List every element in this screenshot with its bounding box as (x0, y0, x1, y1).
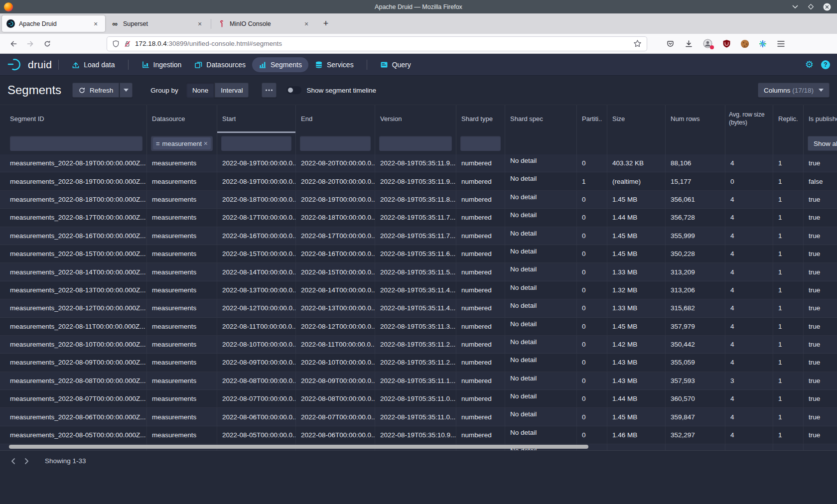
columns-button[interactable]: Columns (17/18) (758, 83, 830, 98)
group-by-interval-button[interactable]: Interval (214, 83, 249, 98)
column-header-version[interactable]: Version (375, 105, 456, 133)
column-header-size[interactable]: Size (607, 105, 666, 133)
cell-end: 2022-08-20T00:00:00.0... (296, 172, 375, 190)
table-row[interactable]: measurements_2022-08-19T00:00:00.000Z...… (0, 172, 837, 190)
refresh-button[interactable]: Refresh (72, 83, 119, 98)
filter-input-version[interactable] (379, 136, 452, 151)
menu-icon[interactable] (777, 40, 785, 47)
table-row[interactable]: measurements_2022-08-11T00:00:00.000Z...… (0, 318, 837, 336)
table-row[interactable]: measurements_2022-08-06T00:00:00.000Z...… (0, 408, 837, 426)
nav-item-query[interactable]: Query (374, 57, 418, 72)
table-row[interactable]: measurements_2022-08-10T00:00:00.000Z...… (0, 336, 837, 354)
cell-num-rows: 355,999 (666, 227, 725, 245)
filter-input-end[interactable] (300, 136, 371, 151)
tab-apache-druid[interactable]: Apache Druid × (2, 15, 105, 32)
tab-close-icon[interactable]: × (301, 20, 311, 28)
column-header-shard-type[interactable]: Shard type (456, 105, 505, 133)
table-row[interactable]: measurements_2022-08-13T00:00:00.000Z...… (0, 281, 837, 299)
nav-item-load-data[interactable]: Load data (65, 57, 121, 72)
nav-item-datasources[interactable]: Datasources (188, 57, 252, 72)
shield-icon[interactable] (112, 40, 120, 48)
cell-segment-id: measurements_2022-08-14T00:00:00.000Z... (0, 263, 147, 280)
help-icon[interactable]: ? (821, 60, 830, 69)
superset-favicon: ∞ (111, 19, 119, 28)
download-icon[interactable] (685, 40, 693, 48)
segment-timeline-toggle[interactable] (286, 86, 301, 94)
filter-input-start[interactable] (221, 136, 291, 151)
cell-num-rows: 357,593 (666, 372, 725, 389)
new-tab-button[interactable]: + (318, 16, 333, 31)
columns-label: Columns (764, 87, 790, 94)
pocket-icon[interactable] (666, 40, 675, 48)
filter-input-segment-id[interactable] (10, 136, 142, 151)
table-row[interactable]: measurements_2022-08-15T00:00:00.000Z...… (0, 245, 837, 263)
group-by-none-button[interactable]: None (186, 83, 214, 98)
tab-minio-console[interactable]: MinIO Console × (213, 15, 316, 32)
filter-input-datasource[interactable]: =measurements× (151, 136, 213, 151)
cell-end: 2022-08-11T00:00:00.0... (296, 336, 375, 353)
next-page-icon[interactable] (20, 455, 33, 468)
horizontal-scrollbar[interactable] (9, 445, 588, 449)
table-row[interactable]: measurements_2022-08-07T00:00:00.000Z...… (0, 390, 837, 408)
table-row[interactable]: measurements_2022-08-14T00:00:00.000Z...… (0, 263, 837, 281)
settings-gear-icon[interactable]: ⚙ (805, 60, 814, 69)
cell-shard-spec: No detail (505, 299, 577, 317)
cell-datasource: measurements (147, 390, 217, 407)
nav-item-services[interactable]: Services (308, 57, 360, 72)
lock-slash-icon[interactable] (124, 40, 131, 48)
column-header-is-published[interactable]: Is published (804, 105, 837, 133)
column-header-segment-id[interactable]: Segment ID (0, 105, 147, 133)
account-icon[interactable] (703, 39, 712, 48)
back-icon[interactable] (6, 36, 21, 51)
tab-superset[interactable]: ∞ Superset × (106, 15, 209, 32)
refresh-dropdown-button[interactable] (120, 83, 133, 98)
cell-segment-id: measurements_2022-08-08T00:00:00.000Z... (0, 372, 147, 389)
extension-sparkle-icon[interactable] (759, 40, 767, 48)
page-title: Segments (7, 83, 61, 97)
cell-partition: 0 (577, 227, 607, 245)
table-row[interactable]: measurements_2022-08-17T00:00:00.000Z...… (0, 209, 837, 227)
more-options-button[interactable] (262, 83, 277, 98)
url-bar[interactable]: 172.18.0.4:30899/unified-console.html#se… (107, 36, 647, 51)
table-row[interactable]: measurements_2022-08-16T00:00:00.000Z...… (0, 227, 837, 245)
table-row[interactable]: measurements_2022-08-09T00:00:00.000Z...… (0, 354, 837, 372)
forward-icon[interactable] (23, 36, 38, 51)
tab-close-icon[interactable]: × (195, 20, 205, 28)
druid-logo[interactable]: druid (7, 57, 52, 72)
table-row[interactable]: measurements_2022-08-18T00:00:00.000Z...… (0, 191, 837, 209)
column-header-shard-spec[interactable]: Shard spec (505, 105, 577, 133)
show-all-button[interactable]: Show all (808, 136, 837, 151)
column-header-num-rows[interactable]: Num rows (666, 105, 725, 133)
cell-shard-type: numbered (456, 191, 505, 208)
column-header-datasource[interactable]: Datasource (147, 105, 217, 133)
filter-input-shard-type[interactable] (460, 136, 501, 151)
column-header-replicated[interactable]: Replic... (773, 105, 804, 133)
window-minimize-icon[interactable] (792, 4, 799, 9)
table-row[interactable]: measurements_2022-08-05T00:00:00.000Z...… (0, 426, 837, 444)
cell-num-rows: 355,059 (666, 354, 725, 371)
nav-item-segments[interactable]: Segments (252, 57, 308, 72)
reload-icon[interactable] (40, 36, 55, 51)
bookmark-star-icon[interactable] (633, 39, 642, 48)
url-host: 172.18.0.4 (135, 40, 167, 47)
nav-item-ingestion[interactable]: Ingestion (135, 57, 188, 72)
column-header-start[interactable]: Start (217, 105, 296, 133)
tab-close-icon[interactable]: × (91, 20, 101, 28)
cell-partition: 0 (577, 154, 607, 172)
table-row[interactable]: measurements_2022-08-19T00:00:00.000Z...… (0, 154, 837, 172)
column-header-end[interactable]: End (296, 105, 375, 133)
previous-page-icon[interactable] (7, 455, 20, 468)
table-row[interactable]: measurements_2022-08-08T00:00:00.000Z...… (0, 372, 837, 390)
window-maximize-icon[interactable] (808, 3, 814, 10)
window-close-icon[interactable] (823, 3, 831, 11)
cell-start: 2022-08-08T00:00:00.0... (217, 372, 296, 389)
remove-tag-icon[interactable]: × (204, 139, 208, 147)
cell-segment-id: measurements_2022-08-05T00:00:00.000Z... (0, 426, 147, 444)
datasource-filter-tag[interactable]: =measurements× (153, 137, 211, 149)
table-row[interactable]: measurements_2022-08-12T00:00:00.000Z...… (0, 299, 837, 317)
column-header-partition[interactable]: Partiti... (577, 105, 607, 133)
column-header-avg-row-size[interactable]: Avg. row size (bytes) (725, 105, 773, 133)
ublock-icon[interactable] (722, 39, 731, 48)
cell-avg-row-size: 4 (725, 354, 773, 371)
cookie-icon[interactable] (741, 40, 749, 48)
